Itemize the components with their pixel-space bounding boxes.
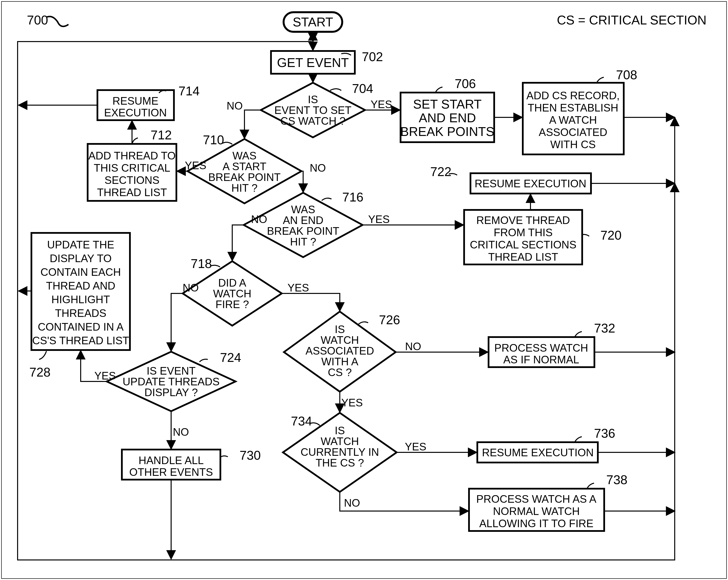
svg-text:DISPLAY ?: DISPLAY ?	[145, 386, 198, 398]
svg-text:708: 708	[616, 68, 637, 82]
svg-text:BREAK POINT: BREAK POINT	[267, 225, 339, 237]
svg-text:UPDATE THE: UPDATE THE	[47, 238, 114, 251]
svg-text:REMOVE THREAD: REMOVE THREAD	[476, 214, 570, 226]
svg-text:724: 724	[220, 350, 241, 364]
svg-text:722: 722	[430, 165, 451, 179]
svg-text:IS EVENT: IS EVENT	[147, 365, 196, 377]
svg-text:ASSOCIATED: ASSOCIATED	[306, 345, 374, 357]
svg-text:YES: YES	[371, 98, 392, 110]
svg-text:RESUME EXECUTION: RESUME EXECUTION	[482, 447, 594, 458]
svg-text:RESUME: RESUME	[112, 95, 158, 107]
svg-text:AND END: AND END	[419, 111, 476, 125]
svg-text:AN END: AN END	[283, 214, 323, 226]
svg-text:PROCESS WATCH: PROCESS WATCH	[494, 342, 588, 354]
n708: ADD CS RECORD, THEN ESTABLISH A WATCH AS…	[523, 83, 623, 154]
svg-text:IS: IS	[308, 94, 318, 105]
svg-text:DISPLAY TO: DISPLAY TO	[50, 252, 112, 264]
svg-text:SET START: SET START	[413, 97, 482, 111]
svg-text:WAS: WAS	[291, 203, 315, 216]
svg-text:738: 738	[606, 473, 627, 487]
svg-text:THREADS: THREADS	[55, 307, 106, 319]
svg-text:FROM THIS: FROM THIS	[494, 226, 552, 238]
svg-text:706: 706	[455, 77, 476, 91]
svg-text:ALLOWING IT TO FIRE: ALLOWING IT TO FIRE	[479, 518, 594, 529]
n714: RESUME EXECUTION	[98, 91, 174, 120]
svg-text:NO: NO	[310, 162, 326, 174]
svg-text:GET EVENT: GET EVENT	[277, 55, 349, 70]
svg-text:NO: NO	[173, 426, 189, 438]
svg-text:THE CS ?: THE CS ?	[316, 457, 364, 469]
svg-text:718: 718	[191, 256, 212, 271]
svg-text:728: 728	[29, 365, 51, 379]
svg-text:720: 720	[600, 228, 622, 242]
svg-text:IS: IS	[335, 425, 345, 436]
svg-text:FIRE ?: FIRE ?	[216, 298, 249, 310]
n730: HANDLE ALL OTHER EVENTS	[122, 450, 220, 479]
n726: IS WATCH ASSOCIATED WITH A CS ?	[285, 312, 395, 391]
svg-text:BREAK POINTS: BREAK POINTS	[400, 124, 494, 138]
svg-text:YES: YES	[368, 213, 390, 225]
svg-text:HIGHLIGHT: HIGHLIGHT	[51, 294, 110, 305]
svg-text:CS'S THREAD LIST: CS'S THREAD LIST	[32, 334, 129, 347]
svg-text:THREAD AND: THREAD AND	[46, 280, 115, 292]
n736: RESUME EXECUTION	[478, 443, 597, 462]
svg-text:CS WATCH ?: CS WATCH ?	[280, 115, 345, 127]
svg-text:ASSOCIATED: ASSOCIATED	[539, 126, 607, 138]
svg-text:712: 712	[151, 128, 172, 142]
svg-text:YES: YES	[287, 282, 309, 294]
svg-text:WITH CS: WITH CS	[550, 138, 596, 150]
svg-text:734: 734	[291, 414, 312, 428]
svg-text:EXECUTION: EXECUTION	[104, 107, 167, 119]
svg-text:NO: NO	[227, 100, 243, 112]
figure-label: 700	[27, 13, 48, 27]
svg-text:DID A: DID A	[218, 277, 246, 289]
svg-text:YES: YES	[94, 370, 116, 382]
svg-text:A START: A START	[223, 160, 266, 172]
svg-text:HANDLE ALL: HANDLE ALL	[138, 454, 204, 466]
svg-text:THIS CRITICAL: THIS CRITICAL	[94, 162, 171, 174]
svg-text:WATCH: WATCH	[321, 334, 359, 346]
svg-text:WATCH: WATCH	[321, 435, 359, 447]
svg-text:RESUME EXECUTION: RESUME EXECUTION	[474, 178, 586, 190]
svg-text:WAS: WAS	[233, 150, 257, 161]
svg-text:ADD THREAD TO: ADD THREAD TO	[88, 150, 176, 161]
svg-text:CRITICAL SECTIONS: CRITICAL SECTIONS	[470, 238, 576, 251]
start-text: START	[293, 15, 333, 29]
svg-text:730: 730	[239, 448, 261, 462]
svg-text:A WATCH: A WATCH	[549, 114, 597, 126]
svg-text:NO: NO	[183, 282, 199, 294]
svg-text:CS ?: CS ?	[328, 366, 352, 378]
svg-text:NO: NO	[405, 341, 421, 352]
figure-squiggle	[47, 17, 69, 27]
svg-text:732: 732	[594, 321, 615, 335]
svg-text:HIT ?: HIT ?	[232, 182, 258, 194]
svg-text:736: 736	[594, 426, 615, 440]
svg-text:726: 726	[379, 313, 400, 327]
svg-text:NORMAL WATCH: NORMAL WATCH	[493, 505, 580, 517]
svg-text:AS IF NORMAL: AS IF NORMAL	[503, 354, 579, 365]
svg-text:THREAD LIST: THREAD LIST	[97, 186, 167, 198]
svg-text:YES: YES	[185, 159, 206, 171]
n702: GET EVENT	[271, 51, 355, 73]
svg-text:UPDATE THREADS: UPDATE THREADS	[123, 376, 220, 387]
svg-text:PROCESS WATCH AS A: PROCESS WATCH AS A	[476, 493, 597, 505]
svg-text:704: 704	[352, 81, 373, 96]
n722: RESUME EXECUTION	[471, 174, 591, 193]
svg-text:YES: YES	[341, 397, 363, 409]
svg-text:YES: YES	[405, 440, 426, 453]
svg-text:CURRENTLY IN: CURRENTLY IN	[301, 446, 379, 458]
svg-text:710: 710	[203, 133, 224, 147]
svg-text:NO: NO	[251, 213, 267, 225]
n732: PROCESS WATCH AS IF NORMAL	[489, 337, 594, 367]
legend-text: CS = CRITICAL SECTION	[557, 13, 706, 27]
svg-text:THREAD LIST: THREAD LIST	[488, 251, 558, 263]
svg-text:THEN ESTABLISH: THEN ESTABLISH	[528, 102, 619, 114]
svg-text:CONTAINED IN A: CONTAINED IN A	[37, 321, 124, 333]
svg-text:WITH A: WITH A	[321, 355, 358, 368]
n728: UPDATE THE DISPLAY TO CONTAIN EACH THREA…	[32, 233, 130, 350]
svg-text:NO: NO	[344, 497, 360, 509]
svg-text:CONTAIN EACH: CONTAIN EACH	[40, 266, 121, 278]
svg-text:BREAK POINT: BREAK POINT	[208, 171, 281, 183]
n704: IS EVENT TO SET CS WATCH ?	[262, 83, 364, 137]
svg-text:SECTIONS: SECTIONS	[105, 174, 160, 186]
